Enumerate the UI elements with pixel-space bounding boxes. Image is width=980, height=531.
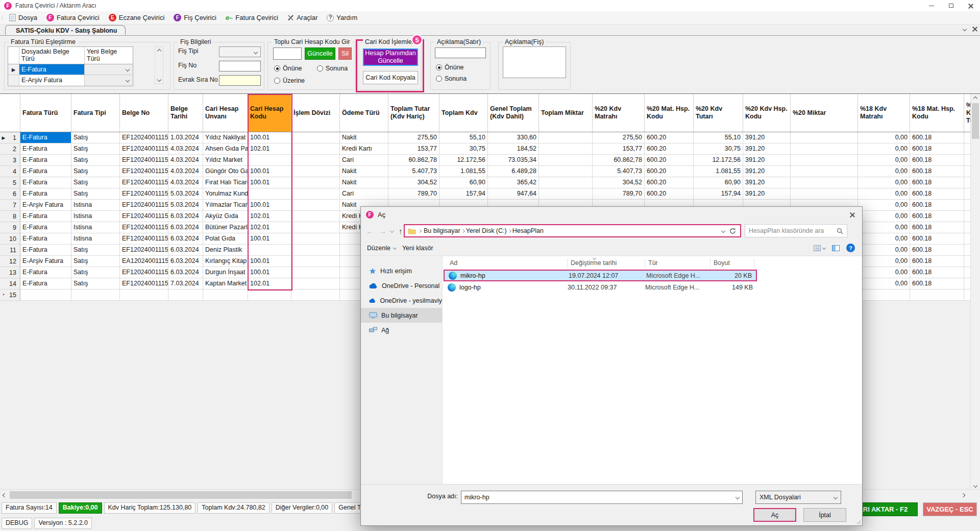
grid-cell[interactable]: 12.172,56 xyxy=(439,155,488,166)
menu-fatura-cevirici[interactable]: FFatura Çevirici xyxy=(42,12,104,23)
row-header[interactable]: 5 xyxy=(0,177,20,188)
grid-cell[interactable]: E-Fatura xyxy=(20,267,71,278)
grid-cell[interactable] xyxy=(791,143,858,155)
menu-fis-cevirici[interactable]: FFiş Çevirici xyxy=(169,12,221,23)
grid-cell[interactable] xyxy=(291,233,340,245)
resize-grip[interactable] xyxy=(855,519,861,524)
grid-cell[interactable] xyxy=(539,166,593,177)
grid-cell[interactable]: 391.20 xyxy=(743,166,791,177)
grid-cell[interactable]: 0,00 xyxy=(858,211,910,222)
cari-kod-kopyala-button[interactable]: Cari Kod Kopyala xyxy=(363,71,418,84)
grid-cell[interactable] xyxy=(910,289,964,301)
grid-cell[interactable]: 0,00 xyxy=(858,177,910,188)
grid-cell[interactable]: 100.01 xyxy=(248,256,291,267)
grid-cell[interactable]: 0,00 xyxy=(858,188,910,200)
grid-col-kdv20-matrahi[interactable]: %20 Kdv Matrahı xyxy=(593,94,645,132)
breadcrumb-item[interactable]: HesapPlan xyxy=(512,227,544,234)
grid-cell[interactable]: Yıldız Market xyxy=(203,155,248,166)
grid-cell[interactable]: 60,90 xyxy=(439,177,488,188)
grid-cell[interactable]: E-Fatura xyxy=(20,132,71,143)
grid-cell[interactable]: Satış xyxy=(71,245,120,256)
address-dropdown-icon[interactable] xyxy=(721,229,725,233)
scrollbar-thumb[interactable] xyxy=(972,103,979,139)
row-header[interactable]: 4 xyxy=(0,166,20,177)
scroll-down-icon[interactable] xyxy=(973,483,977,487)
matching-source-cell[interactable]: E-Fatura xyxy=(19,64,85,75)
grid-cell[interactable] xyxy=(71,289,120,301)
scroll-down-icon[interactable] xyxy=(157,78,161,82)
grid-cell[interactable]: EF12024001115... xyxy=(120,166,168,177)
grid-cell[interactable]: Ahsen Gıda Pa... xyxy=(203,143,248,155)
grid-row[interactable]: 3E-FaturaSatışEF12024001115...4.03.2024Y… xyxy=(0,155,980,166)
grid-cell[interactable]: 0,00 xyxy=(858,222,910,233)
grid-cell[interactable]: 73.035,34 xyxy=(488,155,539,166)
grid-cell[interactable]: 100.01 xyxy=(248,166,291,177)
sidebar-item-onedrive-personal[interactable]: OneDrive - Personal xyxy=(361,278,442,293)
grid-cell[interactable] xyxy=(791,166,858,177)
address-bar[interactable]: Bu bilgisayarYerel Disk (C:)HesapPlan xyxy=(404,224,741,237)
matching-row[interactable]: ▶ E-Fatura xyxy=(8,64,133,75)
fis-tipi-combo[interactable] xyxy=(219,46,261,57)
radio-sonuna[interactable]: Sonuna xyxy=(436,75,467,82)
tab-satis-sablonu[interactable]: SATIS-Çoklu KDV - Satış Şablonu xyxy=(5,25,126,35)
sidebar-item-ag[interactable]: Ağ xyxy=(361,323,442,337)
grid-cell[interactable]: Nakit xyxy=(340,166,388,177)
grid-cell[interactable]: 947,64 xyxy=(488,188,539,200)
grid-cell[interactable] xyxy=(291,132,340,143)
grid-cell[interactable]: 365,42 xyxy=(488,177,539,188)
grid-col-rownum[interactable] xyxy=(0,94,20,132)
grid-cell[interactable] xyxy=(291,200,340,211)
guncelle-button[interactable]: Güncelle xyxy=(305,47,335,60)
grid-cell[interactable]: E-Fatura xyxy=(20,188,71,200)
matching-target-dropdown[interactable] xyxy=(85,64,133,75)
grid-cell[interactable] xyxy=(291,267,340,278)
grid-cell[interactable]: 304,52 xyxy=(593,177,645,188)
preview-pane-icon[interactable] xyxy=(832,245,840,251)
grid-cell[interactable]: 157,94 xyxy=(439,188,488,200)
radio-onune[interactable]: Önüne xyxy=(436,64,464,71)
aciklama-fis-textarea[interactable] xyxy=(503,46,566,78)
grid-cell[interactable]: 600.20 xyxy=(645,166,694,177)
vertical-scrollbar[interactable] xyxy=(970,94,980,489)
grid-cell[interactable]: 55,10 xyxy=(439,132,488,143)
row-header[interactable]: ▶1 xyxy=(0,132,20,143)
minimize-button[interactable] xyxy=(922,0,941,11)
grid-cell[interactable] xyxy=(791,132,858,143)
grid-cell[interactable]: 6.03.2024 xyxy=(168,222,203,233)
grid-cell[interactable]: 12.172,56 xyxy=(694,155,743,166)
grid-cell[interactable]: 600.18 xyxy=(910,188,964,200)
grid-cell[interactable]: Fırat Halı Ticaret xyxy=(203,177,248,188)
grid-cell[interactable]: 275,50 xyxy=(593,132,645,143)
file-col-2[interactable]: Değiştirme tarihi xyxy=(568,258,645,268)
grid-cell[interactable] xyxy=(291,222,340,233)
grid-col-fatura-turu[interactable]: Fatura Türü xyxy=(20,94,71,132)
grid-cell[interactable]: EF12024001115... xyxy=(120,132,168,143)
grid-cell[interactable]: 153,77 xyxy=(593,143,645,155)
scroll-up-icon[interactable] xyxy=(973,96,977,100)
grid-cell[interactable] xyxy=(291,211,340,222)
file-col-3[interactable]: Tür xyxy=(645,258,710,268)
grid-cell[interactable] xyxy=(291,278,340,289)
menu-dosya[interactable]: Dosya xyxy=(5,12,42,23)
grid-cell[interactable]: Satış xyxy=(71,278,120,289)
grid-col-belge-no[interactable]: Belge No xyxy=(120,94,168,132)
grid-col-cari-hesap-unvani[interactable]: Cari Hesap Unvanı xyxy=(203,94,248,132)
close-button[interactable] xyxy=(961,0,980,11)
grid-cell[interactable]: Istisna xyxy=(71,200,120,211)
duzenle-button[interactable]: Düzenle xyxy=(367,245,396,252)
help-icon[interactable]: ? xyxy=(846,244,855,252)
view-mode-button[interactable] xyxy=(814,245,825,251)
grid-cell[interactable] xyxy=(539,188,593,200)
scroll-up-icon[interactable] xyxy=(157,49,161,53)
grid-cell[interactable] xyxy=(291,166,340,177)
grid-cell[interactable]: Polat Gıda xyxy=(203,233,248,245)
yeni-klasor-button[interactable]: Yeni klasör xyxy=(402,245,433,252)
grid-cell[interactable]: 55,10 xyxy=(694,132,743,143)
grid-cell[interactable]: 600.18 xyxy=(910,200,964,211)
grid-cell[interactable]: 391.20 xyxy=(743,155,791,166)
grid-cell[interactable]: 6.03.2024 xyxy=(168,233,203,245)
grid-cell[interactable]: 157,94 xyxy=(694,188,743,200)
grid-cell[interactable]: 600.20 xyxy=(645,188,694,200)
grid-row[interactable]: ▶1E-FaturaSatışEF12024001115...1.03.2024… xyxy=(0,132,980,143)
grid-cell[interactable]: 6.03.2024 xyxy=(168,256,203,267)
